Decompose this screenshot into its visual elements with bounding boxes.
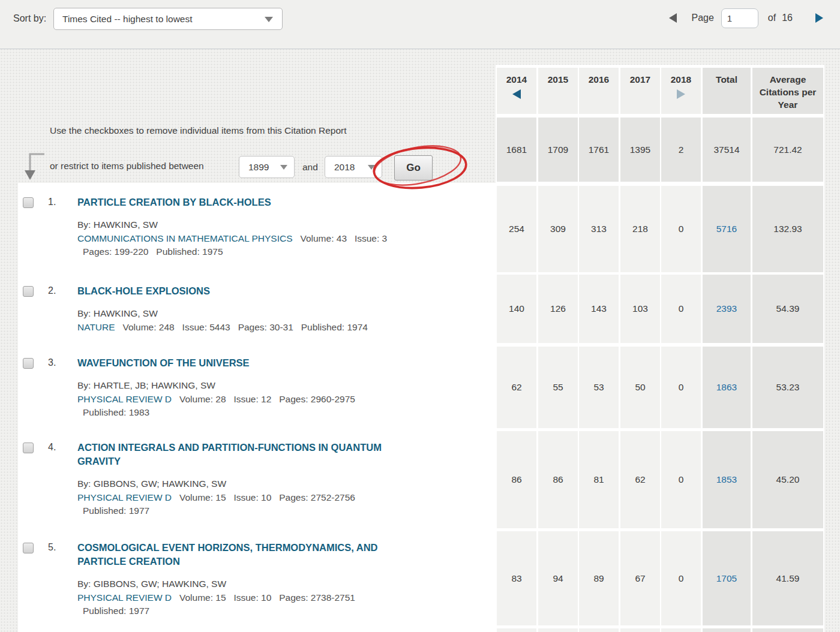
year-header-label: 2014 bbox=[506, 73, 527, 86]
sort-select-value: Times Cited -- highest to lowest bbox=[62, 14, 193, 25]
paper-year-citations-cell: 254 bbox=[497, 186, 536, 272]
paper-year-citations-cell: 67 bbox=[620, 531, 660, 625]
item-number: 4. bbox=[48, 442, 56, 453]
avg-citations-column-header: Average Citations per Year bbox=[752, 68, 823, 114]
paper-authors: By: GIBBONS, GW; HAWKING, SW bbox=[77, 577, 491, 591]
year-to-select[interactable]: 2018 bbox=[325, 156, 382, 178]
paper-year-citations-cell bbox=[620, 628, 660, 632]
citation-report-page: Sort by: Times Cited -- highest to lowes… bbox=[0, 0, 840, 632]
year-from-select[interactable]: 1899 bbox=[239, 156, 295, 178]
next-page-icon[interactable] bbox=[815, 13, 823, 23]
item-checkbox[interactable] bbox=[23, 443, 34, 453]
item-checkbox[interactable] bbox=[23, 286, 34, 297]
paper-volume-issue-meta: Volume: 43 Issue: 3 bbox=[293, 233, 388, 243]
paper-year-citations-cell: 86 bbox=[497, 431, 536, 528]
paper-pages-published-meta: Published: 1983 bbox=[77, 406, 491, 419]
year-to-value: 2018 bbox=[334, 162, 355, 173]
paper-year-citations-cell bbox=[538, 628, 578, 632]
paper-title-link[interactable]: PARTICLE CREATION BY BLACK-HOLES bbox=[77, 195, 392, 209]
paper-year-citations-cell: 81 bbox=[579, 431, 619, 528]
total-citations-link[interactable]: 2393 bbox=[716, 303, 737, 314]
paper-title-link[interactable]: COSMOLOGICAL EVENT HORIZONS, THERMODYNAM… bbox=[77, 541, 392, 568]
paper-avg-citations-cell: 53.23 bbox=[752, 347, 823, 428]
scroll-years-left-icon[interactable] bbox=[512, 89, 521, 99]
paper-source-line: PHYSICAL REVIEW D Volume: 28 Issue: 12 P… bbox=[77, 392, 491, 406]
year-column-header: 2017 bbox=[620, 68, 660, 114]
item-checkbox[interactable] bbox=[23, 543, 34, 553]
journal-link[interactable]: NATURE bbox=[77, 322, 115, 332]
paper-year-citations-cell: 62 bbox=[497, 347, 536, 428]
paper-avg-citations-cell bbox=[752, 628, 823, 632]
paper-volume-issue-meta: Volume: 15 Issue: 10 Pages: 2752-2756 bbox=[172, 492, 355, 502]
item-text-block: PARTICLE CREATION BY BLACK-HOLESBy: HAWK… bbox=[77, 195, 491, 258]
paper-year-citations-cell: 218 bbox=[620, 186, 660, 272]
year-from-value: 1899 bbox=[248, 162, 269, 173]
pagination: Page of 16 bbox=[669, 6, 823, 30]
paper-year-citations-cell: 313 bbox=[579, 186, 619, 272]
paper-source-line: COMMUNICATIONS IN MATHEMATICAL PHYSICS V… bbox=[77, 231, 491, 245]
paper-pages-published-meta: Published: 1977 bbox=[77, 604, 491, 618]
paper-pages-published-meta: Pages: 199-220 Published: 1975 bbox=[77, 245, 491, 258]
scroll-years-right-icon[interactable] bbox=[677, 89, 685, 99]
go-button[interactable]: Go bbox=[394, 155, 433, 180]
total-citations-link[interactable]: 1863 bbox=[716, 382, 737, 393]
total-pages: 16 bbox=[782, 13, 793, 23]
prev-page-icon[interactable] bbox=[669, 13, 677, 23]
paper-total-citations-cell bbox=[703, 628, 751, 632]
paper-year-citations-cell: 83 bbox=[497, 531, 536, 625]
sort-select[interactable]: Times Cited -- highest to lowest bbox=[53, 8, 283, 30]
paper-year-citations-cell: 89 bbox=[579, 531, 619, 625]
year-column-header: 2015 bbox=[538, 68, 578, 114]
item-checkbox[interactable] bbox=[23, 358, 34, 369]
journal-link[interactable]: COMMUNICATIONS IN MATHEMATICAL PHYSICS bbox=[77, 233, 293, 243]
paper-year-citations-cell: 53 bbox=[579, 347, 619, 428]
paper-avg-citations-cell: 132.93 bbox=[752, 186, 823, 272]
of-label: of bbox=[768, 13, 776, 23]
journal-link[interactable]: PHYSICAL REVIEW D bbox=[77, 394, 172, 404]
journal-link[interactable]: PHYSICAL REVIEW D bbox=[77, 592, 172, 603]
journal-link[interactable]: PHYSICAL REVIEW D bbox=[77, 492, 172, 502]
paper-avg-citations-cell: 41.59 bbox=[752, 531, 823, 625]
totals-year-cell: 1709 bbox=[538, 118, 578, 182]
item-checkbox[interactable] bbox=[23, 197, 34, 208]
paper-authors: By: HARTLE, JB; HAWKING, SW bbox=[77, 379, 491, 392]
checkbox-instruction-text: Use the checkboxes to remove individual … bbox=[50, 125, 347, 136]
chevron-down-icon bbox=[368, 165, 375, 170]
year-column-header: 2014 bbox=[497, 68, 536, 114]
totals-year-cell: 2 bbox=[661, 118, 701, 182]
paper-year-citations-cell: 126 bbox=[538, 275, 578, 343]
page-number-input[interactable] bbox=[721, 8, 758, 28]
item-number: 5. bbox=[48, 542, 56, 553]
paper-title-link[interactable]: WAVEFUNCTION OF THE UNIVERSE bbox=[77, 356, 392, 370]
year-header-label: 2016 bbox=[589, 73, 609, 86]
paper-year-citations-cell: 50 bbox=[620, 347, 660, 428]
paper-year-citations-cell bbox=[497, 628, 536, 632]
paper-volume-issue-meta: Volume: 28 Issue: 12 Pages: 2960-2975 bbox=[172, 394, 355, 404]
paper-pages-published-meta: Published: 1977 bbox=[77, 504, 491, 517]
chevron-down-icon bbox=[265, 17, 273, 22]
item-text-block: WAVEFUNCTION OF THE UNIVERSEBy: HARTLE, … bbox=[77, 356, 491, 419]
paper-year-citations-cell: 140 bbox=[497, 275, 536, 343]
paper-title-link[interactable]: BLACK-HOLE EXPLOSIONS bbox=[77, 284, 392, 298]
paper-avg-citations-cell: 54.39 bbox=[752, 275, 823, 343]
paper-avg-citations-cell: 45.20 bbox=[752, 431, 823, 528]
paper-year-citations-cell: 143 bbox=[579, 275, 619, 343]
total-citations-link[interactable]: 1853 bbox=[716, 474, 737, 485]
paper-year-citations-cell: 309 bbox=[538, 186, 578, 272]
paper-year-citations-cell: 86 bbox=[538, 431, 578, 528]
total-citations-link[interactable]: 5716 bbox=[716, 224, 737, 234]
paper-total-citations-cell: 1863 bbox=[703, 347, 751, 428]
paper-volume-issue-meta: Volume: 248 Issue: 5443 Pages: 30-31 Pub… bbox=[115, 322, 368, 332]
paper-year-citations-cell: 0 bbox=[661, 275, 701, 343]
paper-total-citations-cell: 2393 bbox=[703, 275, 751, 343]
paper-title-link[interactable]: ACTION INTEGRALS AND PARTITION-FUNCTIONS… bbox=[77, 441, 392, 468]
restrict-instruction-text: or restrict to items published between bbox=[50, 161, 204, 171]
year-header-label: 2017 bbox=[630, 73, 650, 86]
paper-year-citations-cell: 0 bbox=[661, 347, 701, 428]
paper-source-line: PHYSICAL REVIEW D Volume: 15 Issue: 10 P… bbox=[77, 490, 491, 504]
paper-total-citations-cell: 1705 bbox=[703, 531, 751, 625]
paper-year-citations-cell: 55 bbox=[538, 347, 578, 428]
total-citations-link[interactable]: 1705 bbox=[716, 573, 737, 584]
paper-authors: By: GIBBONS, GW; HAWKING, SW bbox=[77, 477, 491, 490]
year-header-label: 2015 bbox=[548, 73, 568, 86]
